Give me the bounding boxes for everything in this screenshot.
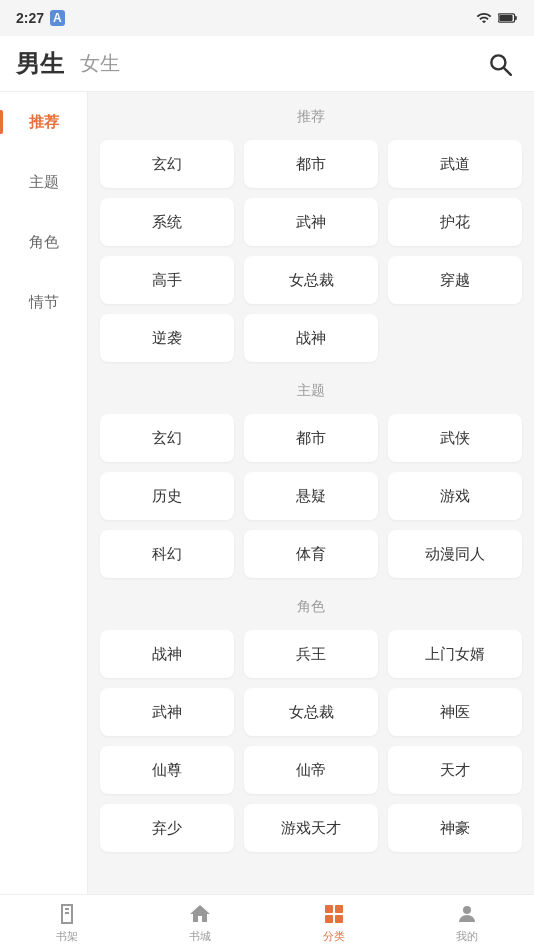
tag-xuanhuan[interactable]: 玄幻 <box>100 140 234 188</box>
status-bar-right <box>476 10 518 26</box>
sidebar-item-recommend[interactable]: 推荐 <box>0 92 87 152</box>
tag-youxitiancai[interactable]: 游戏天才 <box>244 804 378 852</box>
tag-gaoshou[interactable]: 高手 <box>100 256 234 304</box>
svg-point-9 <box>463 906 471 914</box>
bookshelf-icon <box>55 902 79 926</box>
section-recommend: 推荐 玄幻 都市 武道 系统 武神 护花 高手 女总裁 穿越 逆袭 战神 <box>100 108 522 362</box>
tag-xiandi[interactable]: 仙帝 <box>244 746 378 794</box>
tag-huhua[interactable]: 护花 <box>388 198 522 246</box>
tag-zhanshen[interactable]: 战神 <box>244 314 378 362</box>
sidebar: 推荐 主题 角色 情节 <box>0 92 88 894</box>
tag-shenhao[interactable]: 神豪 <box>388 804 522 852</box>
tags-row-ro2: 仙尊 仙帝 天才 <box>100 746 522 794</box>
svg-rect-7 <box>325 915 333 923</box>
tag-wushen[interactable]: 武神 <box>244 198 378 246</box>
status-bar-left: 2:27 A <box>16 10 65 26</box>
tab-female[interactable]: 女生 <box>80 50 120 77</box>
section-theme: 主题 玄幻 都市 武侠 历史 悬疑 游戏 科幻 体育 动漫同人 <box>100 382 522 578</box>
bookstore-icon <box>188 902 212 926</box>
tag-zhanshen2[interactable]: 战神 <box>100 630 234 678</box>
nav-bookshelf[interactable]: 书架 <box>37 902 97 944</box>
tag-wuxia[interactable]: 武侠 <box>388 414 522 462</box>
tag-wushen2[interactable]: 武神 <box>100 688 234 736</box>
nav-bookstore-label: 书城 <box>189 929 211 944</box>
tag-wudao[interactable]: 武道 <box>388 140 522 188</box>
tag-youxi[interactable]: 游戏 <box>388 472 522 520</box>
tags-row-r1: 系统 武神 护花 <box>100 198 522 246</box>
tag-bingwang[interactable]: 兵王 <box>244 630 378 678</box>
tags-row-r2: 高手 女总裁 穿越 <box>100 256 522 304</box>
tags-row-t2: 科幻 体育 动漫同人 <box>100 530 522 578</box>
status-bar: 2:27 A <box>0 0 534 36</box>
tag-kehuan[interactable]: 科幻 <box>100 530 234 578</box>
tag-dushi2[interactable]: 都市 <box>244 414 378 462</box>
nav-category[interactable]: 分类 <box>304 902 364 944</box>
tag-xuanyi[interactable]: 悬疑 <box>244 472 378 520</box>
app-icon: A <box>50 10 65 26</box>
section-title-recommend: 推荐 <box>100 108 522 126</box>
tag-tiyu[interactable]: 体育 <box>244 530 378 578</box>
svg-rect-1 <box>515 16 517 20</box>
header-tabs: 男生 女生 <box>16 48 120 80</box>
tag-nuzongcai[interactable]: 女总裁 <box>244 256 378 304</box>
main-layout: 推荐 主题 角色 情节 推荐 玄幻 都市 武道 系统 武神 护花 <box>0 92 534 894</box>
nav-category-label: 分类 <box>323 929 345 944</box>
content-area: 推荐 玄幻 都市 武道 系统 武神 护花 高手 女总裁 穿越 逆袭 战神 <box>88 92 534 894</box>
wifi-icon <box>476 10 492 26</box>
nav-bookshelf-label: 书架 <box>56 929 78 944</box>
nav-bookstore[interactable]: 书城 <box>170 902 230 944</box>
tag-nixi[interactable]: 逆袭 <box>100 314 234 362</box>
tag-shenyi[interactable]: 神医 <box>388 688 522 736</box>
section-role: 角色 战神 兵王 上门女婿 武神 女总裁 神医 仙尊 仙帝 天才 弃少 游戏天才… <box>100 598 522 852</box>
svg-line-4 <box>504 67 511 74</box>
tag-chuanyue[interactable]: 穿越 <box>388 256 522 304</box>
tags-row-ro1: 武神 女总裁 神医 <box>100 688 522 736</box>
tags-row-ro3: 弃少 游戏天才 神豪 <box>100 804 522 852</box>
tags-row-t1: 历史 悬疑 游戏 <box>100 472 522 520</box>
sidebar-item-theme[interactable]: 主题 <box>0 152 87 212</box>
tag-xianzun[interactable]: 仙尊 <box>100 746 234 794</box>
sidebar-item-role[interactable]: 角色 <box>0 212 87 272</box>
tag-dushi[interactable]: 都市 <box>244 140 378 188</box>
nav-mine[interactable]: 我的 <box>437 902 497 944</box>
bottom-nav: 书架 书城 分类 我的 <box>0 894 534 950</box>
section-title-theme: 主题 <box>100 382 522 400</box>
search-icon <box>487 51 513 77</box>
time: 2:27 <box>16 10 44 26</box>
nav-mine-label: 我的 <box>456 929 478 944</box>
tag-qishao[interactable]: 弃少 <box>100 804 234 852</box>
tab-male[interactable]: 男生 <box>16 48 64 80</box>
tags-row-ro0: 战神 兵王 上门女婿 <box>100 630 522 678</box>
category-icon <box>322 902 346 926</box>
tag-lishi[interactable]: 历史 <box>100 472 234 520</box>
tag-xuanhuan2[interactable]: 玄幻 <box>100 414 234 462</box>
section-title-role: 角色 <box>100 598 522 616</box>
header: 男生 女生 <box>0 36 534 92</box>
sidebar-item-plot[interactable]: 情节 <box>0 272 87 332</box>
tag-dongman[interactable]: 动漫同人 <box>388 530 522 578</box>
tags-row-t0: 玄幻 都市 武侠 <box>100 414 522 462</box>
svg-rect-2 <box>499 15 512 21</box>
tags-row-r3: 逆袭 战神 <box>100 314 522 362</box>
tag-tiancai[interactable]: 天才 <box>388 746 522 794</box>
tag-nuzongcai2[interactable]: 女总裁 <box>244 688 378 736</box>
svg-rect-6 <box>335 905 343 913</box>
battery-icon <box>498 12 518 24</box>
tag-shanmennvxu[interactable]: 上门女婿 <box>388 630 522 678</box>
tags-row-r0: 玄幻 都市 武道 <box>100 140 522 188</box>
svg-rect-8 <box>335 915 343 923</box>
mine-icon <box>455 902 479 926</box>
tag-xitong[interactable]: 系统 <box>100 198 234 246</box>
svg-rect-5 <box>325 905 333 913</box>
search-button[interactable] <box>482 46 518 82</box>
